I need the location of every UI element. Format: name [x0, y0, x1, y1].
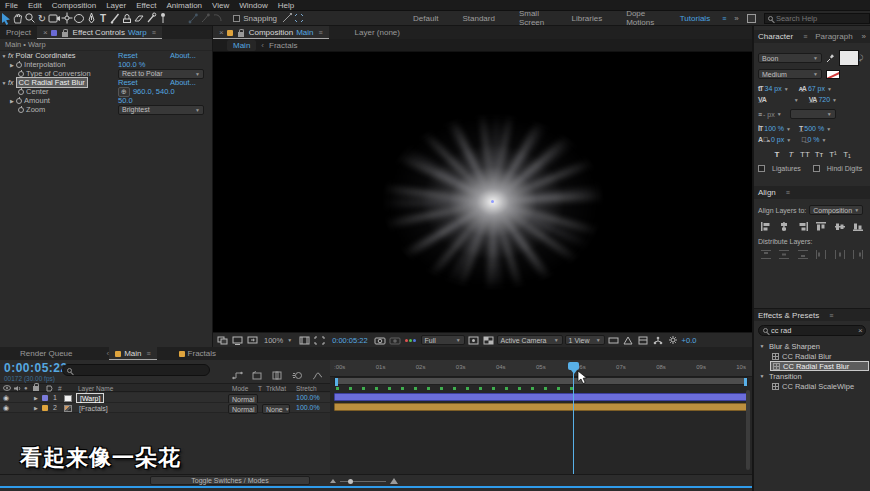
effect-name[interactable]: Polar Coordinates — [16, 51, 76, 60]
distribute-bottom-button[interactable] — [797, 249, 809, 260]
point-picker-icon[interactable]: ⊕ — [118, 87, 130, 97]
twirl-down-icon[interactable]: ▼ — [758, 373, 766, 379]
resolution-dropdown[interactable]: Full ▼ — [421, 335, 465, 345]
snap-option-icon-2[interactable] — [293, 12, 305, 25]
fill-color-swatch[interactable] — [839, 50, 859, 66]
panel-menu-icon[interactable]: ≡ — [829, 312, 833, 319]
type-tool-icon[interactable]: T — [97, 12, 109, 25]
trkmat-column-header[interactable]: TrkMat — [266, 385, 286, 392]
layer-row-fractals[interactable]: ◉ ▶ 2 [Fractals] Normal ▼ None ▼ 100.0% — [0, 403, 330, 413]
horizontal-scale-value[interactable]: 500 % — [804, 125, 824, 132]
zoom-tool-icon[interactable] — [24, 12, 36, 25]
faux-bold-button[interactable]: T — [770, 150, 784, 159]
stopwatch-icon[interactable] — [18, 107, 24, 113]
shape-tool-icon[interactable] — [73, 12, 85, 25]
magnification-dropdown[interactable]: 100% ▼ — [264, 336, 292, 345]
snapshot-camera-icon[interactable] — [374, 335, 387, 346]
align-to-dropdown[interactable]: Composition ▼ — [809, 205, 863, 215]
lock-icon[interactable] — [238, 32, 244, 37]
fast-previews-icon[interactable] — [467, 335, 480, 346]
work-area-start-handle[interactable] — [335, 378, 338, 386]
brush-tool-icon[interactable] — [109, 12, 121, 25]
workspace-small-screen[interactable]: Small Screen — [507, 9, 560, 27]
zoom-dropdown[interactable]: Brightest ▼ — [118, 105, 204, 115]
stretch-value[interactable]: 100.0% — [296, 394, 320, 401]
puppet-pin-tool-icon[interactable] — [157, 12, 169, 25]
distribute-h-center-button[interactable] — [834, 249, 846, 260]
layer-label-color[interactable] — [42, 405, 48, 411]
font-family-dropdown[interactable]: Boon ▼ — [758, 53, 822, 63]
breadcrumb-fractals[interactable]: Fractals — [269, 41, 297, 50]
align-left-button[interactable] — [760, 221, 772, 232]
stroke-style-dropdown[interactable]: ▼ — [790, 109, 836, 119]
menu-effect[interactable]: Effect — [131, 0, 161, 11]
timeline-scrollbar[interactable] — [746, 390, 750, 470]
motion-blur-icon[interactable] — [292, 366, 303, 384]
playhead-line[interactable] — [573, 362, 574, 474]
faux-italic-button[interactable]: T — [784, 150, 798, 159]
font-size-value[interactable]: 34 px — [765, 85, 782, 92]
align-v-center-button[interactable] — [834, 221, 846, 232]
workspace-menu-icon[interactable]: ≡ — [722, 15, 726, 22]
hindi-digits-checkbox[interactable] — [813, 165, 820, 172]
exposure-gear-icon[interactable] — [667, 335, 680, 346]
zoom-in-mountain-icon[interactable] — [390, 478, 398, 484]
stopwatch-icon[interactable] — [18, 71, 24, 77]
timeline-button-icon[interactable] — [637, 335, 650, 346]
zoom-out-mountain-icon[interactable] — [330, 479, 336, 483]
tab-close-icon[interactable]: × — [43, 28, 48, 37]
property-interpolation[interactable]: ▶ Interpolation 100.0 % — [0, 60, 212, 69]
panel-menu-icon[interactable]: ≡ — [786, 189, 790, 196]
trkmat-dropdown[interactable]: None ▼ — [262, 404, 290, 414]
frame-blend-icon[interactable] — [272, 366, 283, 384]
twirl-right-icon[interactable]: ▶ — [8, 62, 16, 68]
lock-icon[interactable] — [62, 32, 68, 37]
stroke-width-value[interactable]: - px — [763, 111, 775, 118]
property-center[interactable]: Center ⊕ 960.0, 540.0 — [0, 87, 212, 96]
ligatures-checkbox[interactable] — [758, 165, 765, 172]
effect-header-polar-coordinates[interactable]: ▼ fx Polar Coordinates Reset About... — [0, 51, 212, 60]
subscript-button[interactable]: T₁ — [840, 150, 854, 159]
distribute-left-button[interactable] — [815, 249, 827, 260]
panel-menu-icon[interactable]: ≡ — [152, 29, 156, 36]
layer-name[interactable]: [Warp] — [76, 393, 104, 403]
selection-tool-icon[interactable] — [0, 12, 12, 25]
work-area-bar[interactable] — [334, 377, 748, 385]
panel-menu-icon[interactable]: ≡ — [147, 350, 151, 357]
monitor-share-icon[interactable] — [246, 335, 259, 346]
effect-item-cc-radial-blur[interactable]: CC Radial Blur — [754, 351, 870, 361]
clone-stamp-tool-icon[interactable] — [121, 12, 133, 25]
twirl-down-icon[interactable]: ▼ — [0, 53, 8, 59]
flowchart-icon[interactable] — [652, 335, 665, 346]
hand-tool-icon[interactable] — [12, 12, 24, 25]
menu-edit[interactable]: Edit — [23, 0, 47, 11]
panel-menu-icon[interactable]: ≡ — [803, 33, 807, 40]
stroke-none-swatch[interactable] — [826, 70, 840, 79]
effect-center-point[interactable] — [491, 200, 494, 203]
grid-options-icon[interactable] — [622, 335, 635, 346]
snapping-toggle[interactable]: Snapping — [233, 14, 277, 23]
menu-window[interactable]: Window — [234, 0, 272, 11]
timeline-search-field[interactable] — [62, 364, 210, 376]
zoom-slider-track[interactable] — [340, 481, 386, 482]
conversion-dropdown[interactable]: Rect to Polar ▼ — [118, 69, 204, 79]
stopwatch-icon[interactable] — [16, 62, 22, 68]
visibility-eye-icon[interactable]: ◉ — [3, 394, 9, 402]
view-layout-dropdown[interactable]: 1 View ▼ — [565, 335, 605, 345]
tsume-value[interactable]: 0 % — [807, 136, 819, 143]
align-top-button[interactable] — [815, 221, 827, 232]
effect-item-cc-radial-scalewipe[interactable]: CC Radial ScaleWipe — [754, 381, 870, 391]
stopwatch-icon[interactable] — [18, 89, 24, 95]
channel-rgb-icon[interactable] — [404, 335, 417, 346]
swap-fill-stroke-icon[interactable]: ⤸ — [859, 54, 863, 62]
panel-menu-icon[interactable]: ≡ — [318, 29, 322, 36]
effect-item-cc-radial-fast-blur[interactable]: CC Radial Fast Blur — [770, 361, 869, 371]
composition-viewport[interactable] — [213, 52, 752, 332]
menu-layer[interactable]: Layer — [101, 0, 131, 11]
workspace-dope-motions[interactable]: Dope Motions — [614, 9, 668, 27]
camera-tool-icon[interactable] — [48, 12, 61, 25]
eyedropper-icon[interactable] — [826, 53, 835, 64]
zoom-slider-knob[interactable] — [348, 479, 353, 484]
menu-view[interactable]: View — [207, 0, 234, 11]
twirl-right-icon[interactable]: ▶ — [34, 395, 38, 401]
